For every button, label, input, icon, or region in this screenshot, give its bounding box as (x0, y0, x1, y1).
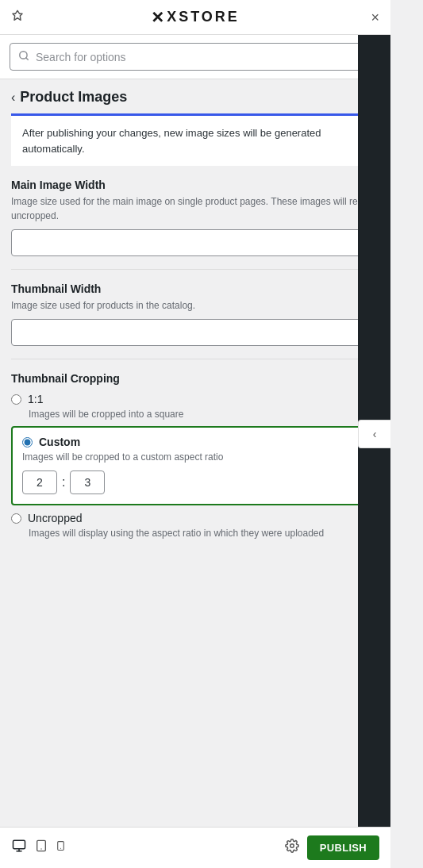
custom-radio-row: Custom (22, 436, 368, 448)
radio-uncropped-label[interactable]: Uncropped (28, 512, 83, 524)
bottom-bar: PUBLISH (0, 827, 390, 868)
thumbnail-width-input[interactable]: 200 (11, 319, 379, 346)
search-input[interactable] (36, 51, 372, 63)
header: ✕ XSTORE × (0, 0, 390, 35)
pin-icon[interactable] (11, 10, 24, 25)
main-image-section: Main Image Width Image size used for the… (0, 179, 390, 269)
search-bar (0, 35, 390, 79)
back-navigation: ‹ Product Images (0, 79, 390, 113)
chevron-left-icon: ‹ (373, 428, 377, 440)
search-input-wrap (10, 43, 381, 71)
svg-rect-2 (13, 840, 25, 849)
thumbnail-title: Thumbnail Width (11, 282, 379, 295)
divider-1 (11, 269, 379, 270)
publish-button[interactable]: PUBLISH (307, 835, 379, 860)
radio-uncropped-desc: Images will display using the aspect rat… (29, 528, 379, 539)
cropping-title: Thumbnail Cropping (11, 372, 379, 385)
ratio-colon: : (62, 475, 65, 490)
radio-1-1-desc: Images will be cropped into a square (29, 409, 379, 420)
info-text: After publishing your changes, new image… (22, 127, 321, 155)
desktop-icon[interactable] (11, 839, 27, 857)
radio-1-1-label[interactable]: 1:1 (28, 393, 43, 405)
mobile-icon[interactable] (56, 839, 66, 857)
radio-uncropped-input[interactable] (11, 513, 21, 524)
thumbnail-section: Thumbnail Width Image size used for prod… (0, 282, 390, 359)
gear-button[interactable] (285, 839, 299, 857)
custom-cropping-box: Custom Images will be cropped to a custo… (11, 426, 379, 505)
svg-line-1 (26, 58, 29, 60)
close-icon[interactable]: × (371, 10, 379, 25)
custom-desc: Images will be cropped to a custom aspec… (22, 451, 368, 463)
radio-custom-label[interactable]: Custom (39, 436, 80, 448)
ratio-x-input[interactable] (22, 470, 57, 494)
ratio-inputs: : (22, 470, 368, 494)
search-icon (18, 50, 29, 63)
bottom-device-icons (11, 839, 66, 857)
back-arrow-icon[interactable]: ‹ (11, 90, 15, 105)
bottom-right-actions: PUBLISH (285, 835, 379, 860)
info-box: After publishing your changes, new image… (11, 113, 379, 166)
divider-2 (11, 359, 379, 359)
cropping-section: Thumbnail Cropping 1:1 Images will be cr… (0, 372, 390, 558)
main-image-desc: Image size used for the main image on si… (11, 194, 379, 223)
radio-1-1-input[interactable] (11, 394, 21, 405)
ratio-y-input[interactable] (70, 470, 105, 494)
radio-option-1-1: 1:1 (11, 393, 379, 405)
tablet-icon[interactable] (35, 839, 48, 857)
thumbnail-desc: Image size used for products in the cata… (11, 298, 379, 313)
main-image-title: Main Image Width (11, 179, 379, 191)
radio-custom-input[interactable] (22, 437, 33, 447)
radio-option-uncropped: Uncropped (11, 512, 379, 524)
collapse-panel-button[interactable]: ‹ (358, 420, 390, 448)
page-title: Product Images (20, 89, 127, 106)
main-image-width-input[interactable]: 500 (11, 229, 379, 256)
logo: ✕ XSTORE (151, 8, 240, 27)
svg-point-9 (290, 844, 294, 848)
